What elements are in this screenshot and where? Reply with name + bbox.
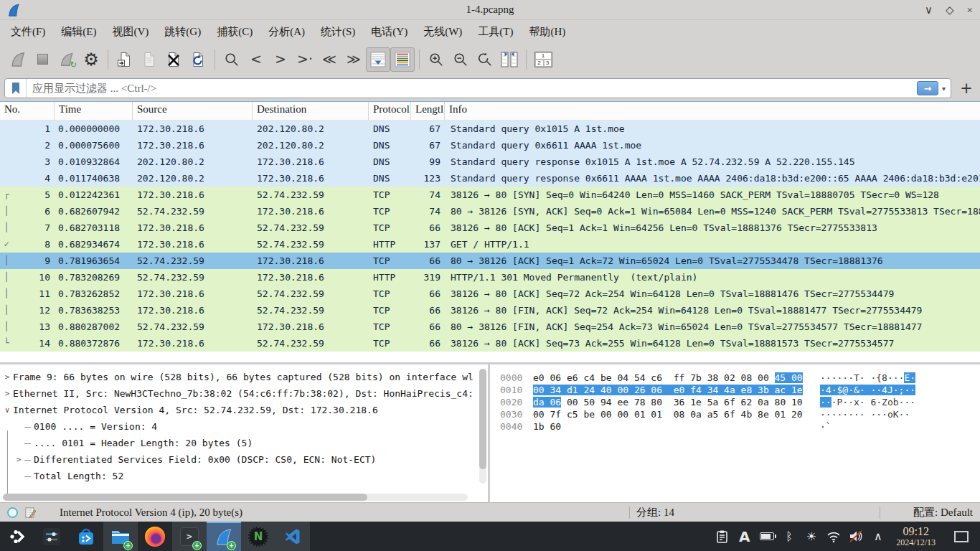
table-row[interactable]: │ 10 0.783208269 52.74.232.59 172.30.218… <box>0 269 980 286</box>
hex-row[interactable]: 0040 1b 60 ·` <box>500 420 980 433</box>
zoom-reset-button[interactable] <box>473 47 497 72</box>
table-row[interactable]: ┌ 5 0.012242361 172.30.218.6 52.74.232.5… <box>0 187 980 203</box>
table-row[interactable]: ✓ 8 0.682934674 172.30.218.6 52.74.232.5… <box>0 236 980 253</box>
menu-item[interactable]: 帮助(H) <box>521 22 573 42</box>
detail-tree-row[interactable]: ∨ Internet Protocol Version 4, Src: 52.7… <box>1 402 488 418</box>
terminal-task[interactable]: > + <box>172 522 207 551</box>
autoscroll-toggle-button[interactable] <box>366 47 390 72</box>
expert-info-icon[interactable] <box>7 507 18 518</box>
app-launcher-button[interactable] <box>0 522 34 551</box>
find-packet-button[interactable] <box>220 47 244 72</box>
capture-comment-icon[interactable] <box>24 507 36 518</box>
table-row[interactable]: │ 6 0.682607942 52.74.232.59 172.30.218.… <box>0 203 980 220</box>
bluetooth-icon[interactable]: ᛒ <box>779 526 798 547</box>
wifi-icon[interactable] <box>824 526 843 547</box>
capture-options-button[interactable]: ⚙ <box>79 47 103 72</box>
table-row[interactable]: 2 0.000075600 172.30.218.6 202.120.80.2 … <box>0 137 980 154</box>
hex-row[interactable]: 0020 da 06 00 50 94 ee 78 80 36 1e 5a 6f… <box>500 396 980 408</box>
table-row[interactable]: │ 7 0.682703118 172.30.218.6 52.74.232.5… <box>0 220 980 236</box>
first-packet-button[interactable]: ≪ <box>317 47 341 72</box>
menu-item[interactable]: 跳转(G) <box>156 22 209 42</box>
menu-item[interactable]: 工具(T) <box>470 22 521 42</box>
layout-button[interactable]: 123 <box>531 47 555 72</box>
expander-icon[interactable]: > <box>1 369 13 385</box>
menu-item[interactable]: 电话(Y) <box>363 22 415 42</box>
menu-item[interactable]: 文件(F) <box>3 22 53 42</box>
table-row[interactable]: │ 11 0.783262852 172.30.218.6 52.74.232.… <box>0 286 980 302</box>
maximize-button[interactable]: ◇ <box>946 0 954 20</box>
expander-icon[interactable] <box>13 418 24 435</box>
menu-item[interactable]: 编辑(E) <box>53 22 104 42</box>
colorize-toggle-button[interactable] <box>390 47 415 72</box>
display-filter-input[interactable] <box>27 79 917 98</box>
close-file-button[interactable] <box>161 47 186 72</box>
filter-history-caret[interactable]: ▾ <box>940 85 948 93</box>
detail-tree-row[interactable]: Total Length: 52 <box>1 468 488 484</box>
tray-expand-icon[interactable]: ∧ <box>868 526 887 547</box>
table-row[interactable]: └ 14 0.880372876 172.30.218.6 52.74.232.… <box>0 335 980 352</box>
detail-tree-row[interactable]: > Ethernet II, Src: NewH3CTechno_7b:38:0… <box>1 385 488 402</box>
restart-capture-button[interactable]: ↻ <box>55 47 79 72</box>
table-row[interactable]: 1 0.000000000 172.30.218.6 202.120.80.2 … <box>0 121 980 137</box>
hex-row[interactable]: 0000 e0 06 e6 c4 be 04 54 c6 ff 7b 38 02… <box>500 372 980 384</box>
file-manager-task[interactable]: + <box>103 522 138 551</box>
input-method-indicator[interactable]: A <box>735 526 754 547</box>
details-vertical-scrollbar[interactable] <box>479 369 486 484</box>
clipboard-icon[interactable] <box>712 526 732 547</box>
minimize-button[interactable]: ∨ <box>925 0 933 20</box>
expander-icon[interactable]: > <box>1 385 13 402</box>
detail-tree-row[interactable]: .... 0101 = Header Length: 20 bytes (5) <box>1 435 488 451</box>
column-header[interactable]: Info <box>445 102 980 120</box>
profile-status[interactable]: 配置: Default <box>887 506 973 519</box>
table-row[interactable]: 3 0.010932864 202.120.80.2 172.30.218.6 … <box>0 154 980 170</box>
details-horizontal-scrollbar[interactable] <box>3 494 468 501</box>
last-packet-button[interactable]: ≫ <box>341 47 366 72</box>
column-header[interactable]: Source <box>133 102 253 120</box>
goto-packet-button[interactable]: >· <box>293 47 317 72</box>
apply-filter-button[interactable]: → <box>917 81 938 95</box>
expander-icon[interactable] <box>13 435 24 451</box>
hex-row[interactable]: 0010 00 34 d1 24 40 00 26 06 e0 f4 34 4a… <box>500 384 980 396</box>
table-row[interactable]: │ 9 0.781963654 52.74.232.59 172.30.218.… <box>0 253 980 269</box>
menu-item[interactable]: 统计(S) <box>313 22 363 42</box>
next-packet-button[interactable]: > <box>268 47 293 72</box>
wireshark-task[interactable]: + <box>207 522 241 551</box>
brightness-icon[interactable]: ☀ <box>801 526 821 547</box>
column-header[interactable]: No. <box>0 102 55 120</box>
start-capture-button[interactable] <box>6 47 30 72</box>
add-filter-button[interactable]: + <box>957 79 976 98</box>
settings-button[interactable] <box>34 522 69 551</box>
column-header[interactable]: Protocol <box>369 102 411 120</box>
neovim-task[interactable]: N <box>241 522 275 551</box>
menu-item[interactable]: 视图(V) <box>105 22 157 42</box>
firefox-task[interactable] <box>138 522 172 551</box>
clock-widget[interactable]: 09:12 2024/12/13 <box>890 525 941 547</box>
stop-capture-button[interactable] <box>30 47 55 72</box>
show-desktop-button[interactable] <box>954 531 969 542</box>
menu-item[interactable]: 捕获(C) <box>209 22 260 42</box>
close-button[interactable]: × <box>967 0 973 20</box>
open-file-button[interactable] <box>113 47 137 72</box>
column-header[interactable]: Time <box>55 102 133 120</box>
filter-bookmark-button[interactable] <box>5 79 27 98</box>
column-header[interactable]: Destination <box>253 102 369 120</box>
menu-item[interactable]: 分析(A) <box>260 22 313 42</box>
resize-columns-button[interactable] <box>497 47 522 72</box>
menu-item[interactable]: 无线(W) <box>415 22 470 42</box>
discover-store-button[interactable] <box>69 522 103 551</box>
vscode-task[interactable] <box>275 522 310 551</box>
detail-tree-row[interactable]: > Differentiated Services Field: 0x00 (D… <box>1 451 488 468</box>
title-bar[interactable]: 1-4.pcapng ∨ ◇ × <box>0 0 980 20</box>
save-file-button[interactable] <box>137 47 161 72</box>
volume-muted-icon[interactable] <box>846 526 865 547</box>
expander-icon[interactable]: > <box>13 451 24 468</box>
table-row[interactable]: │ 13 0.880287002 52.74.232.59 172.30.218… <box>0 319 980 335</box>
table-row[interactable]: │ 12 0.783638253 172.30.218.6 52.74.232.… <box>0 302 980 319</box>
zoom-out-button[interactable] <box>448 47 473 72</box>
table-row[interactable]: 4 0.011740638 202.120.80.2 172.30.218.6 … <box>0 170 980 187</box>
detail-tree-row[interactable]: > Frame 9: 66 bytes on wire (528 bits), … <box>1 369 488 385</box>
detail-tree-row[interactable]: 0100 .... = Version: 4 <box>1 418 488 435</box>
battery-icon[interactable] <box>757 526 776 547</box>
previous-packet-button[interactable]: < <box>244 47 268 72</box>
expander-icon[interactable]: ∨ <box>1 402 13 418</box>
